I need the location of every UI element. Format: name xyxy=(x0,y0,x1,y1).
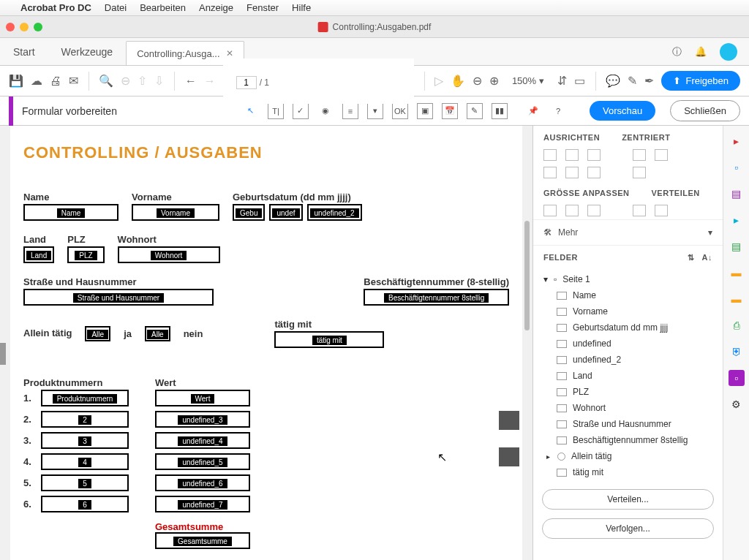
sidetool-comment-icon[interactable]: ▬ xyxy=(729,265,745,281)
tab-tools[interactable]: Werkzeuge xyxy=(48,38,127,65)
field-vorname[interactable]: Vorname xyxy=(132,204,219,221)
page-next-icon[interactable]: → xyxy=(204,73,216,89)
field-produkt-2[interactable]: 3 xyxy=(41,432,129,449)
close-window-button[interactable] xyxy=(6,23,15,31)
field-name[interactable]: Name xyxy=(23,204,118,221)
field-wert-2[interactable]: undefined_4 xyxy=(155,432,250,449)
field-wert-0[interactable]: Wert xyxy=(155,390,250,406)
menu-app[interactable]: Acrobat Pro DC xyxy=(20,2,91,13)
menu-view[interactable]: Anzeige xyxy=(199,2,233,13)
field-wohnort[interactable]: Wohnort xyxy=(118,246,220,263)
align-left-icon[interactable] xyxy=(543,149,557,161)
sidetool-print-icon[interactable]: ⎙ xyxy=(729,317,745,333)
document-area[interactable]: CONTROLLING / AUSGABEN Name Name Vorname… xyxy=(0,126,532,560)
tree-field[interactable]: Vorname xyxy=(539,303,717,319)
tree-field[interactable]: Geburtsdatum dd mm jjjj xyxy=(539,319,717,336)
menu-edit[interactable]: Bearbeiten xyxy=(140,2,186,13)
image-tool-icon[interactable]: ▣ xyxy=(417,103,433,119)
tree-field[interactable]: tätig mit xyxy=(539,464,717,480)
cloud-icon[interactable]: ☁ xyxy=(31,73,42,89)
button-tool-icon[interactable]: OK xyxy=(392,103,408,119)
mail-icon[interactable]: ✉ xyxy=(69,73,78,89)
text-field-tool-icon[interactable]: T| xyxy=(268,103,284,119)
sidetool-scan-icon[interactable]: ▤ xyxy=(729,238,745,254)
bell-icon[interactable]: 🔔 xyxy=(695,46,707,57)
formhelp-icon[interactable]: ? xyxy=(550,103,566,119)
down-icon[interactable]: ⇩ xyxy=(154,73,164,89)
print-icon[interactable]: 🖨 xyxy=(50,73,61,89)
sidetool-combine-icon[interactable]: ▬ xyxy=(729,291,745,307)
center-v-icon[interactable] xyxy=(655,149,668,161)
field-wert-1[interactable]: undefined_3 xyxy=(155,411,250,428)
hand-icon[interactable]: ✋ xyxy=(451,73,465,89)
field-wert-4[interactable]: undefined_6 xyxy=(155,474,250,491)
field-gesamt[interactable]: Gesamtsumme xyxy=(155,532,250,549)
menu-help[interactable]: Hilfe xyxy=(292,2,311,13)
field-produkt-1[interactable]: 2 xyxy=(41,411,129,428)
help-icon[interactable]: ⓘ xyxy=(672,45,682,58)
up-icon[interactable]: ⇧ xyxy=(138,73,147,89)
field-besch[interactable]: Beschäftigtennummer 8stellig xyxy=(364,289,509,306)
tab-close-icon[interactable]: ✕ xyxy=(226,48,233,58)
sidetool-more-icon[interactable]: ⚙ xyxy=(729,396,745,412)
field-wert-3[interactable]: undefined_5 xyxy=(155,453,250,470)
field-undef[interactable]: undef xyxy=(269,204,302,221)
distribute-button[interactable]: Verteilen... xyxy=(542,489,714,510)
zoom-select[interactable]: 150% ▾ xyxy=(506,74,550,88)
radio-tool-icon[interactable]: ◉ xyxy=(317,103,334,119)
sort-icon[interactable]: ⇅ xyxy=(688,253,695,262)
tree-field[interactable]: ▸Allein tätig xyxy=(539,448,717,464)
signature-tool-icon[interactable]: ✎ xyxy=(467,103,483,119)
field-taetig[interactable]: tätig mit xyxy=(274,331,384,348)
tree-field[interactable]: undefined_2 xyxy=(539,352,717,368)
field-plz[interactable]: PLZ xyxy=(67,246,104,263)
barcode-tool-icon[interactable]: ▮▮ xyxy=(492,103,508,119)
size-both-icon[interactable] xyxy=(587,205,601,216)
fit-page-icon[interactable]: ▭ xyxy=(574,73,585,89)
field-strasse[interactable]: Straße und Hausnummer xyxy=(23,289,214,306)
preview-button[interactable]: Vorschau xyxy=(590,101,655,121)
sidetool-create-icon[interactable]: ▸ xyxy=(729,133,745,149)
menu-file[interactable]: Datei xyxy=(105,2,127,13)
date-tool-icon[interactable]: 📅 xyxy=(442,103,458,119)
highlight-icon[interactable]: ✎ xyxy=(628,73,637,89)
tree-field[interactable]: Beschäftigtennummer 8stellig xyxy=(539,432,717,448)
field-allein-nein[interactable]: Alle xyxy=(145,326,170,341)
align-bottom-icon[interactable] xyxy=(587,167,601,178)
sidetool-export-icon[interactable]: ▸ xyxy=(729,212,745,228)
field-produkt-3[interactable]: 4 xyxy=(41,453,129,470)
az-sort-icon[interactable]: A↓ xyxy=(702,253,712,262)
tree-field[interactable]: undefined xyxy=(539,336,717,352)
document-scrollbar[interactable] xyxy=(524,221,530,330)
avatar[interactable] xyxy=(720,43,737,61)
tab-start[interactable]: Start xyxy=(0,38,48,65)
align-center-icon[interactable] xyxy=(565,149,579,161)
size-h-icon[interactable] xyxy=(565,205,579,216)
sidetool-edit-icon[interactable]: ▫ xyxy=(729,159,745,175)
pointer-icon[interactable]: ▷ xyxy=(434,73,443,89)
sidetool-protect-icon[interactable]: ⛨ xyxy=(729,344,745,360)
track-button[interactable]: Verfolgen... xyxy=(542,518,714,539)
center-h-icon[interactable] xyxy=(633,149,646,161)
select-tool-icon[interactable]: ↖ xyxy=(243,103,259,119)
tree-field[interactable]: Name xyxy=(539,287,717,303)
tree-field[interactable]: Straße und Hausnummer xyxy=(539,416,717,432)
field-produkt-4[interactable]: 5 xyxy=(41,474,129,491)
align-right-icon[interactable] xyxy=(587,149,601,161)
close-button[interactable]: Schließen xyxy=(670,100,740,121)
dropdown-tool-icon[interactable]: ▾ xyxy=(367,103,383,119)
align-top-icon[interactable] xyxy=(543,167,557,178)
minimize-window-button[interactable] xyxy=(20,23,29,31)
pin-icon[interactable]: 📌 xyxy=(525,103,541,119)
size-w-icon[interactable] xyxy=(543,205,557,216)
field-produkt-0[interactable]: Produktnummern xyxy=(41,390,129,406)
distribute-v-icon[interactable] xyxy=(655,205,668,216)
field-undef2[interactable]: undefined_2 xyxy=(307,204,362,221)
fullscreen-window-button[interactable] xyxy=(34,23,42,31)
comment-icon[interactable]: 💬 xyxy=(606,73,620,89)
field-allein-ja[interactable]: Alle xyxy=(85,326,110,341)
prev-icon[interactable]: ⊖ xyxy=(121,73,130,89)
field-produkt-5[interactable]: 6 xyxy=(41,496,129,512)
more-menu[interactable]: 🛠Mehr▾ xyxy=(533,219,723,246)
fit-width-icon[interactable]: ⇵ xyxy=(557,73,567,89)
